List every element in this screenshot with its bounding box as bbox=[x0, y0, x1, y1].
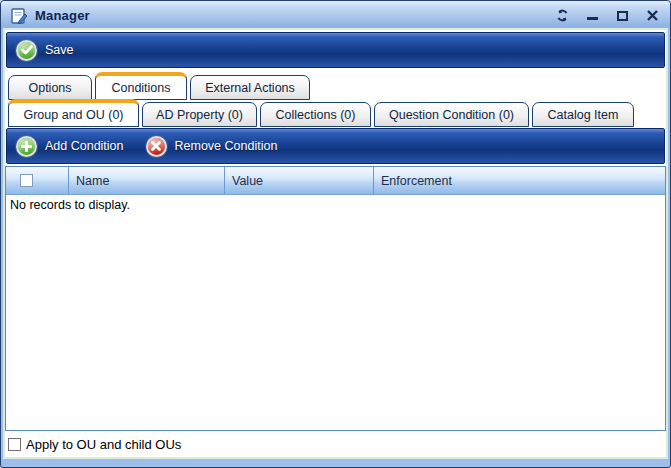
column-header-enforcement[interactable]: Enforcement bbox=[373, 167, 665, 194]
tab-options-label: Options bbox=[28, 81, 71, 95]
primary-tab-strip: Options Conditions External Actions bbox=[8, 72, 663, 100]
tab-group-and-ou[interactable]: Group and OU (0) bbox=[8, 99, 139, 127]
grid-body: No records to display. bbox=[6, 195, 665, 430]
remove-x-icon bbox=[146, 136, 167, 157]
empty-records-message: No records to display. bbox=[6, 195, 665, 215]
apply-ou-label[interactable]: Apply to OU and child OUs bbox=[26, 437, 181, 452]
manager-window: Manager bbox=[0, 0, 671, 468]
client-area: Save Options Conditions External Actions… bbox=[5, 30, 666, 457]
grid-header: Name Value Enforcement bbox=[6, 167, 665, 195]
save-check-icon bbox=[16, 40, 37, 61]
save-toolbar: Save bbox=[6, 32, 665, 68]
condition-actions-toolbar: Add Condition Remove Condition bbox=[6, 128, 665, 164]
tab-conditions[interactable]: Conditions bbox=[95, 72, 187, 100]
maximize-button[interactable] bbox=[615, 9, 630, 23]
apply-ou-checkbox[interactable] bbox=[8, 438, 21, 451]
column-header-select bbox=[6, 167, 68, 194]
refresh-icon[interactable] bbox=[555, 9, 570, 23]
tab-question-condition[interactable]: Question Condition (0) bbox=[374, 102, 529, 127]
tab-catalog-item-label: Catalog Item bbox=[548, 108, 619, 122]
tab-catalog-item[interactable]: Catalog Item bbox=[532, 102, 634, 127]
titlebar[interactable]: Manager bbox=[1, 1, 670, 30]
tab-options[interactable]: Options bbox=[8, 75, 92, 100]
column-header-name[interactable]: Name bbox=[68, 167, 224, 194]
tab-question-condition-label: Question Condition (0) bbox=[389, 108, 514, 122]
remove-condition-label: Remove Condition bbox=[175, 139, 278, 153]
add-plus-icon bbox=[16, 136, 37, 157]
column-header-value-label: Value bbox=[232, 174, 263, 188]
tab-collections-label: Collections (0) bbox=[276, 108, 356, 122]
column-header-enforcement-label: Enforcement bbox=[381, 174, 452, 188]
conditions-grid: Name Value Enforcement No records to dis… bbox=[5, 166, 666, 431]
tab-conditions-label: Conditions bbox=[111, 81, 170, 95]
select-all-checkbox[interactable] bbox=[20, 174, 33, 187]
tab-ad-property-label: AD Property (0) bbox=[156, 108, 243, 122]
tab-external-actions[interactable]: External Actions bbox=[190, 75, 310, 100]
minimize-button[interactable] bbox=[585, 9, 600, 23]
remove-condition-button[interactable]: Remove Condition bbox=[146, 136, 278, 157]
app-icon bbox=[11, 8, 28, 24]
column-header-value[interactable]: Value bbox=[224, 167, 373, 194]
tab-ad-property[interactable]: AD Property (0) bbox=[142, 102, 257, 127]
tab-collections[interactable]: Collections (0) bbox=[260, 102, 371, 127]
save-label: Save bbox=[45, 43, 74, 57]
window-controls bbox=[555, 9, 660, 23]
footer-options: Apply to OU and child OUs bbox=[8, 434, 181, 455]
tab-group-and-ou-label: Group and OU (0) bbox=[23, 108, 123, 122]
close-button[interactable] bbox=[645, 9, 660, 23]
add-condition-label: Add Condition bbox=[45, 139, 124, 153]
add-condition-button[interactable]: Add Condition bbox=[16, 136, 124, 157]
window-title: Manager bbox=[35, 8, 90, 23]
secondary-tab-strip: Group and OU (0) AD Property (0) Collect… bbox=[8, 99, 663, 127]
tab-external-actions-label: External Actions bbox=[205, 81, 295, 95]
column-header-name-label: Name bbox=[76, 174, 109, 188]
save-button[interactable]: Save bbox=[16, 40, 74, 61]
